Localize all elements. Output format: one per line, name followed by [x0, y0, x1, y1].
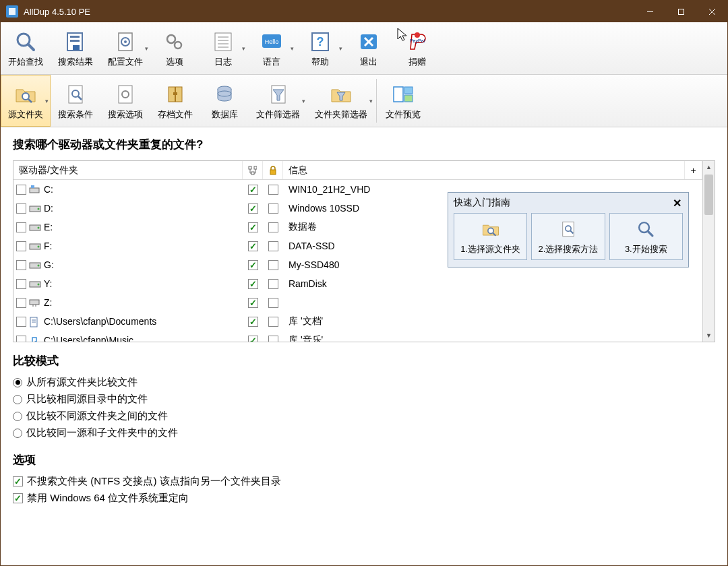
archive-tab[interactable]: 存档文件: [150, 75, 200, 127]
row-select-checkbox[interactable]: [16, 298, 26, 308]
table-row[interactable]: C:\Users\cfanp\Documents库 '文档': [13, 312, 702, 331]
drive-net-icon: [29, 298, 41, 307]
row-lock-checkbox[interactable]: [268, 222, 278, 232]
music-icon: [29, 336, 41, 342]
row-select-checkbox[interactable]: [16, 317, 26, 327]
source-folder-tab[interactable]: 源文件夹▾: [1, 75, 51, 127]
row-select-checkbox[interactable]: [16, 241, 26, 251]
row-lock-checkbox[interactable]: [268, 317, 278, 327]
row-lock-checkbox[interactable]: [268, 260, 278, 270]
svg-rect-45: [249, 166, 251, 169]
svg-line-6: [28, 44, 34, 50]
col-info-header[interactable]: 信息: [283, 161, 685, 179]
row-recurse-checkbox[interactable]: [248, 279, 258, 289]
row-lock-checkbox[interactable]: [268, 241, 278, 251]
svg-rect-46: [254, 166, 257, 169]
radio-icon[interactable]: [13, 429, 22, 438]
vertical-scrollbar[interactable]: ▲ ▼: [702, 161, 715, 342]
exit-button[interactable]: 退出: [344, 22, 393, 74]
table-row[interactable]: Z:: [13, 293, 702, 312]
table-row[interactable]: Y:RamDisk: [13, 274, 702, 293]
guide-step-2[interactable]: 2.选择搜索方法: [531, 213, 605, 260]
svg-point-58: [38, 227, 40, 229]
titlebar: AllDup 4.5.10 PE: [1, 1, 727, 22]
col-tree-header[interactable]: [243, 161, 263, 179]
gears-icon: [161, 29, 188, 55]
svg-rect-44: [404, 95, 413, 102]
database-tab[interactable]: 数据库: [200, 75, 249, 127]
checkbox-icon[interactable]: [13, 476, 23, 486]
row-lock-checkbox[interactable]: [268, 336, 278, 342]
minimize-button[interactable]: [634, 1, 665, 22]
checkbox-icon[interactable]: [13, 493, 23, 503]
paypal-icon: PayPal: [404, 29, 431, 55]
search-results-button[interactable]: 搜索结果: [51, 22, 100, 74]
guide-step-3[interactable]: 3.开始搜索: [609, 213, 683, 260]
row-recurse-checkbox[interactable]: [248, 317, 258, 327]
svg-point-60: [38, 246, 40, 248]
svg-rect-54: [31, 185, 34, 188]
scroll-up-button[interactable]: ▲: [703, 161, 715, 173]
donate-button[interactable]: PayPal捐赠: [393, 22, 442, 74]
row-recurse-checkbox[interactable]: [248, 241, 258, 251]
guide-step-1[interactable]: 1.选择源文件夹: [454, 213, 527, 260]
compare-option-2[interactable]: 仅比较不同源文件夹之间的文件: [13, 408, 715, 425]
file-filter-tab[interactable]: 文件筛选器▾: [249, 75, 307, 127]
maximize-button[interactable]: [665, 1, 696, 22]
row-select-checkbox[interactable]: [16, 260, 26, 270]
col-lock-header[interactable]: [263, 161, 283, 179]
search-options-tab[interactable]: 搜索选项: [100, 75, 150, 127]
row-recurse-checkbox[interactable]: [248, 203, 258, 214]
row-lock-checkbox[interactable]: [268, 185, 278, 195]
row-select-checkbox[interactable]: [16, 279, 26, 289]
option-check-1[interactable]: 禁用 Windows 64 位文件系统重定向: [13, 490, 715, 507]
file-preview-tab[interactable]: 文件预览: [378, 75, 428, 127]
col-path-header[interactable]: 驱动器/文件夹: [13, 161, 243, 179]
row-path: Y:: [44, 278, 52, 289]
lock-icon: [269, 166, 277, 175]
compare-option-3[interactable]: 仅比较同一源和子文件夹中的文件: [13, 425, 715, 441]
row-lock-checkbox[interactable]: [268, 298, 278, 308]
compare-option-0[interactable]: 从所有源文件夹比较文件: [13, 374, 715, 391]
row-recurse-checkbox[interactable]: [248, 185, 258, 195]
folder-filter-tab[interactable]: 文件夹筛选器▾: [307, 75, 375, 127]
drive-icon: [29, 203, 41, 213]
row-recurse-checkbox[interactable]: [248, 260, 258, 270]
row-recurse-checkbox[interactable]: [248, 298, 258, 308]
svg-rect-16: [215, 33, 231, 51]
add-folder-button[interactable]: +: [685, 161, 702, 179]
compare-option-1[interactable]: 只比较相同源目录中的文件: [13, 391, 715, 408]
close-button[interactable]: [696, 1, 727, 22]
search-criteria-tab[interactable]: 搜索条件: [51, 75, 100, 127]
options-button[interactable]: 选项: [150, 22, 199, 74]
row-select-checkbox[interactable]: [16, 203, 26, 214]
start-search-button[interactable]: 开始查找: [1, 22, 51, 74]
table-row[interactable]: C:\Users\cfanp\Music库 '音乐': [13, 331, 702, 342]
row-lock-checkbox[interactable]: [268, 279, 278, 289]
chevron-down-icon: ▾: [302, 98, 305, 104]
row-lock-checkbox[interactable]: [268, 203, 278, 214]
filter-icon: [265, 82, 292, 107]
drive-icon: [29, 241, 41, 251]
option-check-0[interactable]: 不搜索文件夹 (NTFS 交接点) 该点指向另一个文件夹目录: [13, 473, 715, 490]
row-recurse-checkbox[interactable]: [248, 336, 258, 342]
radio-icon[interactable]: [13, 412, 22, 421]
row-select-checkbox[interactable]: [16, 336, 26, 342]
profile-button[interactable]: 配置文件▾: [100, 22, 150, 74]
radio-icon[interactable]: [13, 395, 22, 404]
row-select-checkbox[interactable]: [16, 222, 26, 232]
quick-guide-close-button[interactable]: ✕: [671, 197, 683, 209]
svg-rect-34: [119, 86, 132, 103]
radio-icon[interactable]: [13, 378, 22, 387]
help-button[interactable]: ?帮助▾: [296, 22, 344, 74]
question-icon: ?: [307, 29, 334, 55]
scroll-thumb[interactable]: [704, 175, 713, 215]
svg-rect-65: [30, 300, 39, 305]
row-select-checkbox[interactable]: [16, 185, 26, 195]
row-recurse-checkbox[interactable]: [248, 222, 258, 232]
log-button[interactable]: 日志▾: [199, 22, 247, 74]
language-button[interactable]: Hello语言▾: [247, 22, 296, 74]
options-legend: 选项: [13, 452, 715, 468]
svg-rect-75: [563, 222, 574, 236]
scroll-down-button[interactable]: ▼: [703, 329, 715, 342]
